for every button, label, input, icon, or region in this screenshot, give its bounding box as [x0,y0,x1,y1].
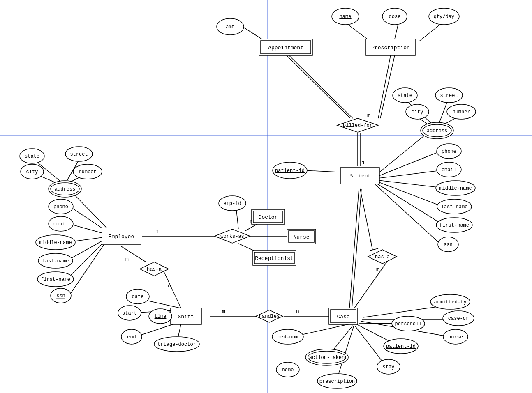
attr-emp-street-label: street [70,152,88,157]
attr-case-case-dr-label: case-dr [448,316,469,322]
svg-line-40 [349,189,359,308]
attr-emp-number-label: number [79,169,96,175]
attr-emp-last-name-label: last-name [42,258,69,264]
svg-line-32 [69,239,108,296]
attr-patient-email-label: email [442,167,456,173]
label-n-hasa: n [168,283,171,289]
attr-case-nurse-label: nurse [448,334,463,340]
attr-case-prescription-label: prescription [319,379,355,384]
svg-line-41 [352,189,361,308]
attr-shift-time-label: time [155,314,167,319]
attr-case-patient-id-label: patient-id [386,344,416,349]
attr-emp-ssn-label: ssn [56,293,65,299]
attr-patient-address-label: address [427,128,447,134]
er-diagram: m 1 [0,0,532,393]
svg-line-4 [287,55,350,118]
attr-patient-first-name-label: first-name [439,223,469,228]
attr-emp-middle-name-label: middle-name [39,240,72,246]
attr-case-admitted-by-label: admitted-by [434,299,466,305]
svg-line-16 [375,170,441,179]
attr-patient-phone-label: phone [442,149,456,154]
attr-presc-name-label: name [340,14,352,20]
svg-line-15 [375,151,441,177]
svg-line-17 [375,180,445,188]
label-m-handles: m [222,308,225,315]
attr-patient-id-label: patient-id [275,168,305,174]
attr-patient-street-label: street [440,93,458,99]
attr-dose-label: dose [389,14,401,20]
label-1-hasa2: 1 [370,240,373,246]
svg-line-7 [380,55,395,118]
entity-patient-label: Patient [349,173,371,179]
attr-case-bed-num-label: bed-num [278,334,298,340]
attr-emp-id-label: emp-id [223,201,241,207]
svg-line-6 [378,55,391,118]
attr-patient-middle-name-label: middle-name [439,186,472,191]
svg-line-5 [289,55,353,118]
svg-line-34 [121,246,146,262]
attr-case-personell-label: personell [395,321,422,327]
svg-line-21 [304,170,345,172]
attr-emp-first-name-label: first-name [41,277,70,283]
attr-emp-state-label: state [25,154,39,159]
rel-has-a-emp-label: has-a [147,267,162,272]
rel-works-as-label: works-as [220,234,244,239]
attr-case-home-label: home [282,367,294,373]
attr-patient-ssn-label: ssn [444,242,453,248]
attr-patient-last-name-label: last-name [441,204,468,210]
attr-shift-triage-label: triage-doctor [157,342,196,347]
attr-emp-city-label: city [26,169,38,175]
attr-shift-date-label: date [132,294,144,300]
entity-shift-label: Shift [178,314,194,320]
attr-shift-end-label: end [127,334,136,340]
attr-patient-number-label: number [452,109,470,115]
attr-emp-address-label: address [55,186,75,192]
label-1-billedfor: 1 [362,160,365,166]
label-n-handles: n [296,308,299,315]
diagram-svg: m 1 [0,0,532,393]
entity-appointment-label: Appointment [268,45,303,51]
label-m-hasa2: m [376,267,379,273]
attr-emp-phone-label: phone [53,204,68,210]
entity-receptionist-label: Receptionist [255,255,294,262]
entity-nurse-label: Nurse [293,234,309,240]
rel-billed-for-label: billed-for [343,123,372,129]
attr-patient-city-label: city [412,109,423,115]
attr-case-stay-label: stay [383,364,395,370]
svg-line-19 [374,182,445,226]
rel-handles-label: handles [259,314,280,319]
entity-employee-label: Employee [109,234,134,240]
attr-shift-start-label: start [122,310,137,316]
svg-line-26 [72,192,112,233]
label-m-hasa-emp: m [125,256,129,262]
attr-patient-state-label: state [398,93,412,99]
svg-line-44 [352,257,391,312]
entity-case-label: Case [337,314,349,320]
svg-line-14 [374,132,428,177]
svg-line-35 [163,270,181,308]
entity-prescription-label: Prescription [371,45,410,51]
attr-case-action-taken-label: action-taken [309,355,345,361]
svg-line-20 [373,183,441,244]
svg-line-42 [370,248,378,251]
svg-line-33 [236,210,238,229]
attr-emp-email-label: email [53,221,68,227]
attr-qty-day-label: qty/day [434,14,454,20]
label-1-worksas: 1 [156,229,160,235]
attr-amt-label: amt [226,24,235,30]
label-m-billedfor: m [367,113,370,119]
entity-doctor-label: Doctor [259,214,278,221]
svg-line-1 [345,23,370,41]
rel-has-a-pat-label: has-a [375,254,390,260]
